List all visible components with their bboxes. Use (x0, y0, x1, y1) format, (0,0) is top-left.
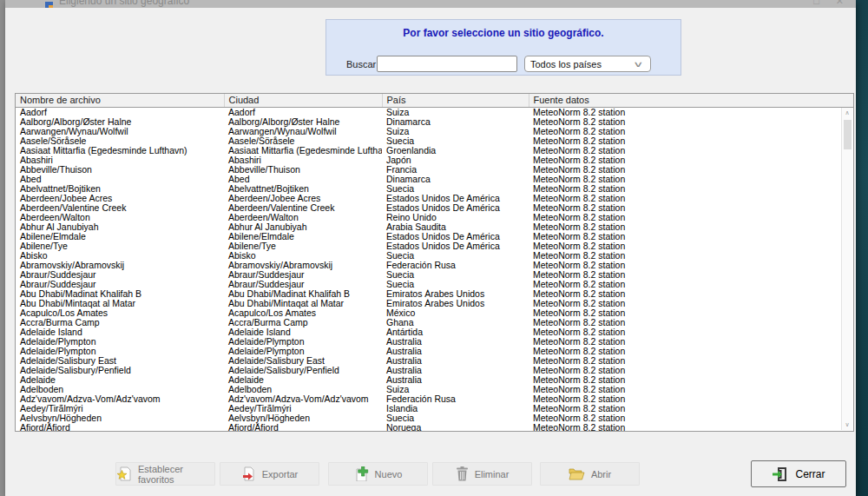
table-cell: Adelaide/Plympton (224, 347, 382, 356)
table-cell: Aberdeen/Jobee Acres (224, 194, 382, 203)
export-button[interactable]: Exportar (220, 462, 319, 486)
table-row[interactable]: Acapulco/Los AmatesAcapulco/Los AmatesMé… (16, 308, 853, 318)
table-row[interactable]: Adelaide/Salisbury EastAdelaide/Salisbur… (16, 356, 853, 366)
table-cell: Estados Unidos De América (382, 232, 529, 241)
table-row[interactable]: AdelbodenAdelbodenSuizaMeteoNorm 8.2 sta… (16, 385, 853, 394)
table-cell: Australia (382, 375, 529, 385)
table-cell: Suecia (382, 251, 529, 261)
table-row[interactable]: Abraur/SuddesjaurAbraur/SuddesjaurSuecia… (16, 280, 853, 289)
table-cell: MeteoNorm 8.2 station (529, 136, 853, 146)
set-favorites-button[interactable]: Establecer favoritos (115, 462, 215, 486)
export-label: Exportar (262, 469, 299, 479)
delete-button[interactable]: Eliminar (432, 462, 532, 486)
vertical-scrollbar[interactable]: ∧ ∨ (841, 108, 852, 430)
table-row[interactable]: Abilene/TyeAbilene/TyeEstados Unidos De … (16, 241, 853, 251)
table-cell: Reino Unido (382, 213, 529, 222)
table-cell: Abhur Al Janubiyah (224, 222, 382, 232)
column-header[interactable]: Nombre de archivo (16, 94, 224, 107)
country-filter-dropdown[interactable]: Todos los países ∨ (524, 56, 651, 72)
table-row[interactable]: Abhur Al JanubiyahAbhur Al JanubiyahArab… (16, 222, 853, 232)
country-filter-value: Todos los países (530, 59, 602, 69)
table-row[interactable]: Abilene/ElmdaleAbilene/ElmdaleEstados Un… (16, 232, 853, 241)
scroll-down-icon[interactable]: ∨ (842, 421, 852, 428)
table-cell: Suecia (382, 280, 529, 289)
table-row[interactable]: Abu Dhabi/Madinat Khalifah BAbu Dhabi/Ma… (16, 289, 853, 299)
table-cell: MeteoNorm 8.2 station (529, 394, 853, 404)
scroll-up-icon[interactable]: ∧ (842, 109, 852, 116)
search-input[interactable] (377, 56, 517, 72)
table-cell: Abbeville/Thuison (224, 165, 382, 175)
table-cell: Abelvattnet/Bojtiken (16, 184, 224, 194)
scrollbar-thumb[interactable] (844, 120, 852, 149)
table-row[interactable]: Aarwangen/Wynau/WolfwilAarwangen/Wynau/W… (16, 127, 853, 136)
table-row[interactable]: Aasiaat Mittarfia (Egedesminde Lufthavn)… (16, 146, 853, 155)
open-button[interactable]: Abrir (540, 462, 640, 486)
title-bar[interactable]: Eligiendo un sitio geográfico □ ✕ (5, 0, 856, 8)
table-cell: Aadorf (16, 107, 224, 117)
new-button[interactable]: Nuevo (328, 462, 428, 486)
table-row[interactable]: AadorfAadorfSuizaMeteoNorm 8.2 station (16, 107, 853, 117)
table-cell: Francia (382, 165, 529, 175)
table-row[interactable]: Abraur/SuddesjaurAbraur/SuddesjaurSuecia… (16, 270, 853, 280)
cerrar-button[interactable]: Cerrar (751, 460, 846, 487)
table-row[interactable]: Aalborg/Alborg/Øster HalneAalborg/Alborg… (16, 117, 853, 127)
table-cell: MeteoNorm 8.2 station (529, 117, 853, 127)
table-row[interactable]: Aberdeen/WaltonAberdeen/WaltonReino Unid… (16, 213, 853, 222)
table-row[interactable]: Afjord/ÅfjordAfjord/ÅfjordNoruegaMeteoNo… (16, 423, 853, 433)
table-cell: Australia (382, 356, 529, 366)
maximize-icon[interactable]: □ (813, 0, 819, 6)
table-cell: MeteoNorm 8.2 station (529, 213, 853, 222)
table-cell: Noruega (382, 423, 529, 433)
table-cell: Aasiaat Mittarfia (Egedesminde Lufthavn) (16, 146, 224, 155)
table-cell: Abraur/Suddesjaur (16, 280, 224, 289)
table-cell: Aedey/Tirãlmýri (16, 404, 224, 413)
table-cell: Aadorf (224, 107, 382, 117)
table-cell: Estados Unidos De América (382, 194, 529, 203)
column-header[interactable]: País (382, 94, 529, 107)
table-cell: Abashiri (224, 155, 382, 165)
table-cell: Dinamarca (382, 175, 529, 184)
exit-icon (772, 466, 788, 482)
table-row[interactable]: Aberdeen/Valentine CreekAberdeen/Valenti… (16, 203, 853, 213)
table-row[interactable]: Aelvsbyn/HöghedenAelvsbyn/HöghedenSuecia… (16, 413, 853, 423)
table-row[interactable]: Adelaide/Salisbury/PenfieldAdelaide/Sali… (16, 366, 853, 375)
table-cell: Groenlandia (382, 146, 529, 155)
table-cell: Adz'vavom/Adzva-Vom/Adz'vavom (224, 394, 382, 404)
table-row[interactable]: Adelaide/PlymptonAdelaide/PlymptonAustra… (16, 337, 853, 347)
table-cell: MeteoNorm 8.2 station (529, 194, 853, 203)
trash-icon (456, 466, 469, 481)
close-icon[interactable]: ✕ (836, 0, 844, 7)
table-body: AadorfAadorfSuizaMeteoNorm 8.2 stationAa… (16, 107, 853, 432)
new-icon (354, 466, 369, 481)
folder-icon (569, 467, 585, 480)
table-cell: Adz'vavom/Adzva-Vom/Adz'vavom (16, 394, 224, 404)
table-row[interactable]: Abelvattnet/BojtikenAbelvattnet/Bojtiken… (16, 184, 853, 194)
table-row[interactable]: Aberdeen/Jobee AcresAberdeen/Jobee Acres… (16, 194, 853, 203)
table-row[interactable]: AbashiriAbashiriJapónMeteoNorm 8.2 stati… (16, 155, 853, 165)
table-row[interactable]: AbedAbedDinamarcaMeteoNorm 8.2 station (16, 175, 853, 184)
table-row[interactable]: Adelaide/PlymptonAdelaide/PlymptonAustra… (16, 347, 853, 356)
table-cell: Aberdeen/Valentine Creek (16, 203, 224, 213)
table-cell: Abisko (224, 251, 382, 261)
table-row[interactable]: Aedey/TirãlmýriAedey/TirãlmýriIslandiaMe… (16, 404, 853, 413)
table-row[interactable]: Abu Dhabi/Mintaqat al MatarAbu Dhabi/Min… (16, 299, 853, 308)
table-row[interactable]: AdelaideAdelaideAustraliaMeteoNorm 8.2 s… (16, 375, 853, 385)
table-cell: Aarwangen/Wynau/Wolfwil (224, 127, 382, 136)
table-row[interactable]: Adelaide IslandAdelaide IslandAntártidaM… (16, 327, 853, 337)
column-header[interactable]: Ciudad (224, 94, 382, 107)
table-cell: Islandia (382, 404, 529, 413)
table-cell: Adelaide/Salisbury East (16, 356, 224, 366)
table-row[interactable]: AbiskoAbiskoSueciaMeteoNorm 8.2 station (16, 251, 853, 261)
table-row[interactable]: Accra/Burma CampAccra/Burma CampGhanaMet… (16, 318, 853, 327)
table-cell: MeteoNorm 8.2 station (529, 146, 853, 155)
table-row[interactable]: Abbeville/ThuisonAbbeville/ThuisonFranci… (16, 165, 853, 175)
sites-table: Nombre de archivoCiudadPaísFuente datos … (15, 93, 854, 432)
table-row[interactable]: Abramovskiy/AbramovskijAbramovskiy/Abram… (16, 261, 853, 270)
cerrar-label: Cerrar (795, 468, 825, 480)
table-cell: Abashiri (16, 155, 224, 165)
table-row[interactable]: Adz'vavom/Adzva-Vom/Adz'vavomAdz'vavom/A… (16, 394, 853, 404)
column-header[interactable]: Fuente datos (529, 94, 853, 107)
table-row[interactable]: Aasele/SöråseleAasele/SöråseleSueciaMete… (16, 136, 853, 146)
table-cell: Abbeville/Thuison (16, 165, 224, 175)
instruction-text: Por favor seleccione un sitio geográfico… (326, 20, 681, 39)
